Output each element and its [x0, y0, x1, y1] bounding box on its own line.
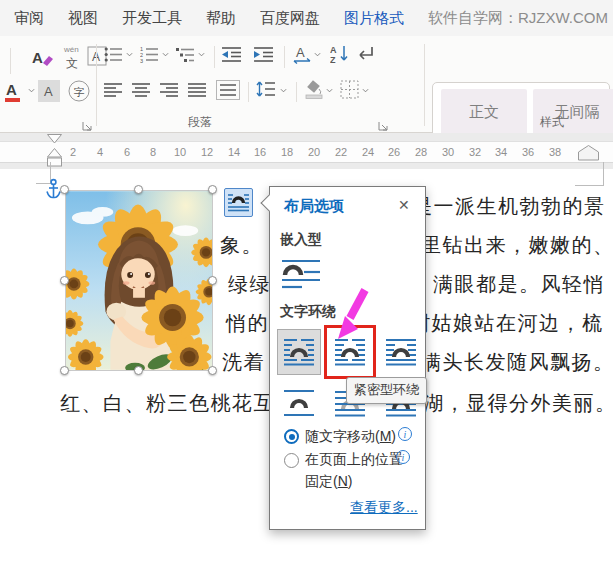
sunflower-girl-image[interactable]	[65, 190, 213, 371]
decrease-indent-button[interactable]	[222, 46, 242, 63]
resize-handle-bottom-right[interactable]	[208, 366, 217, 375]
text-boundary-mark-right	[575, 162, 604, 186]
align-left-button[interactable]	[104, 82, 123, 98]
move-with-text-radio[interactable]	[284, 429, 299, 444]
phonetic-guide-button[interactable]: wén文	[60, 42, 84, 72]
borders-button[interactable]	[340, 80, 360, 100]
bullet-list-dropdown[interactable]	[126, 52, 133, 57]
style-normal[interactable]: 正文	[441, 89, 527, 136]
menu-review[interactable]: 审阅	[14, 9, 44, 28]
resize-handle-right[interactable]	[208, 276, 217, 285]
info-icon[interactable]: i	[396, 450, 410, 464]
doc-text-line[interactable]: 里钻出来，嫩嫩的、	[421, 234, 613, 256]
menu-help[interactable]: 帮助	[206, 9, 236, 28]
menu-developer[interactable]: 开发工具	[122, 9, 182, 28]
wrap-through-button[interactable]	[379, 329, 423, 375]
ruler-number: 20	[306, 146, 322, 158]
doc-text-line[interactable]: 满头长发随风飘扬。	[421, 351, 613, 373]
annotation-arrow	[328, 285, 372, 343]
ruler-number: 30	[440, 146, 456, 158]
fix-position-radio[interactable]	[284, 453, 299, 468]
divider	[248, 82, 249, 102]
ruler-number: 24	[360, 146, 376, 158]
wrap-top-bottom-button[interactable]	[277, 383, 321, 423]
shading-button[interactable]	[304, 80, 324, 100]
styles-group-label: 样式	[540, 114, 564, 131]
site-watermark: 软件自学网：RJZXW.COM	[428, 9, 608, 28]
ribbon: A wén文 A A A 字 123	[0, 36, 613, 133]
fix-position-label-line2[interactable]: 固定(N)	[305, 473, 352, 491]
resize-handle-top[interactable]	[134, 185, 143, 194]
right-indent-marker[interactable]	[578, 145, 599, 161]
ruler-number: 14	[226, 146, 242, 158]
line-spacing-button[interactable]	[256, 80, 276, 99]
close-icon[interactable]: ✕	[398, 197, 410, 213]
svg-text:A: A	[44, 84, 53, 99]
ruler-number: 38	[547, 146, 563, 158]
resize-handle-left[interactable]	[60, 276, 69, 285]
font-color-button[interactable]: A	[2, 78, 26, 106]
multilevel-list-button[interactable]	[176, 46, 195, 63]
clear-formatting-glyph: A	[32, 49, 43, 66]
character-shading-button[interactable]: A	[38, 80, 60, 102]
ruler-number: 16	[252, 146, 268, 158]
show-formatting-marks-button[interactable]	[356, 44, 376, 64]
svg-text:文: 文	[66, 56, 78, 70]
shading-dropdown[interactable]	[326, 88, 333, 93]
svg-text:Z: Z	[330, 55, 336, 64]
justify-button[interactable]	[188, 82, 207, 98]
doc-text-line[interactable]: 湖，显得分外美丽。	[423, 392, 613, 414]
multilevel-list-dropdown[interactable]	[198, 52, 205, 57]
ruler-number: 2	[65, 146, 81, 158]
increase-indent-button[interactable]	[254, 46, 274, 63]
enclose-characters-button[interactable]: 字	[66, 78, 92, 104]
font-dialog-launcher[interactable]	[82, 118, 93, 129]
menu-view[interactable]: 视图	[68, 9, 98, 28]
divider	[10, 48, 11, 74]
asian-layout-dropdown[interactable]	[314, 52, 321, 57]
resize-handle-top-left[interactable]	[60, 185, 69, 194]
layout-options-icon	[228, 193, 249, 212]
doc-text-line[interactable]: 满眼都是。风轻悄	[433, 273, 605, 295]
doc-text-line[interactable]: 红、白、粉三色桃花互相	[60, 392, 297, 414]
see-more-link[interactable]: 查看更多...	[350, 499, 418, 517]
menu-picture-format[interactable]: 图片格式	[344, 9, 404, 28]
font-color-dropdown[interactable]	[28, 88, 35, 93]
info-icon[interactable]: i	[398, 427, 412, 441]
bullet-list-button[interactable]	[104, 46, 123, 63]
menu-baidu-netdisk[interactable]: 百度网盘	[260, 9, 320, 28]
resize-handle-bottom[interactable]	[134, 366, 143, 375]
resize-handle-bottom-left[interactable]	[60, 366, 69, 375]
first-line-indent-marker[interactable]	[47, 134, 62, 144]
numbered-list-button[interactable]: 123	[140, 46, 159, 63]
fix-position-label-line1[interactable]: 在页面上的位置	[305, 451, 403, 469]
ruler-number: 4	[92, 146, 108, 158]
align-center-button[interactable]	[132, 82, 151, 98]
doc-text-line[interactable]: 是一派生机勃勃的景	[412, 195, 606, 217]
svg-text:wén: wén	[63, 45, 79, 54]
doc-text-line[interactable]: 树姑娘站在河边，梳	[410, 312, 604, 334]
svg-text:3: 3	[140, 58, 143, 63]
ruler-number: 12	[199, 146, 215, 158]
layout-options-button[interactable]	[224, 188, 253, 217]
svg-text:A: A	[330, 45, 337, 55]
doc-text-line[interactable]: 洗着	[222, 351, 265, 373]
distribute-text-button[interactable]	[216, 80, 240, 100]
tooltip: 紧密型环绕	[346, 377, 427, 404]
asian-layout-button[interactable]: A	[292, 44, 314, 64]
ruler-number: 36	[520, 146, 536, 158]
move-with-text-label[interactable]: 随文字移动(M)	[305, 428, 396, 446]
line-spacing-dropdown[interactable]	[280, 88, 287, 93]
wrap-inline-button[interactable]	[282, 259, 320, 293]
paragraph-dialog-launcher[interactable]	[378, 118, 389, 129]
word-window: 审阅 视图 开发工具 帮助 百度网盘 图片格式 软件自学网：RJZXW.COM …	[0, 0, 613, 568]
borders-dropdown[interactable]	[362, 88, 369, 93]
wrap-square-button[interactable]	[277, 329, 321, 375]
align-right-button[interactable]	[160, 82, 179, 98]
clear-formatting-button[interactable]: A	[28, 44, 58, 72]
group-divider	[424, 44, 425, 126]
resize-handle-top-right[interactable]	[208, 185, 217, 194]
doc-text-line[interactable]: 象。	[220, 234, 263, 256]
sort-button[interactable]: AZ	[330, 44, 350, 64]
numbered-list-dropdown[interactable]	[162, 52, 169, 57]
